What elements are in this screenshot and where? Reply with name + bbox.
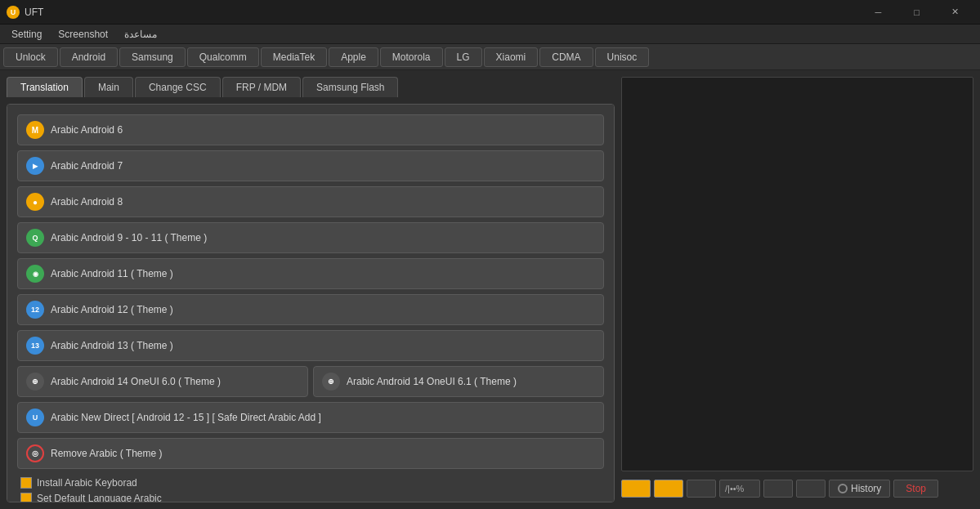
tab-translation[interactable]: Translation	[7, 77, 83, 97]
android-7-icon: ▶	[26, 157, 44, 175]
progress-seg-1	[621, 480, 651, 498]
arabic-android-8-button[interactable]: ● Arabic Android 8	[17, 186, 604, 217]
android-6-icon: M	[26, 121, 44, 139]
history-icon	[838, 484, 848, 493]
arabic-14-oneui-61-button[interactable]: ⊕ Arabic Android 14 OneUI 6.1 ( Theme )	[313, 366, 604, 397]
menu-help[interactable]: مساعدة	[116, 27, 165, 42]
arabic-new-direct-button[interactable]: U Arabic New Direct [ Android 12 - 15 ] …	[17, 402, 604, 433]
nav-android[interactable]: Android	[60, 47, 118, 67]
nav-qualcomm[interactable]: Qualcomm	[187, 47, 259, 67]
progress-seg-2	[654, 480, 683, 498]
tab-change-csc[interactable]: Change CSC	[135, 77, 221, 97]
progress-seg-4	[763, 480, 793, 498]
arabic-android-9-10-11-button[interactable]: Q Arabic Android 9 - 10 - 11 ( Theme )	[17, 222, 604, 253]
tab-main[interactable]: Main	[84, 77, 133, 97]
menu-screenshot[interactable]: Screenshot	[50, 27, 116, 42]
history-label: History	[851, 483, 881, 494]
arabic-android-8-label: Arabic Android 8	[51, 196, 123, 208]
install-keyboard-row[interactable]: Install Arabic Keyborad	[20, 477, 604, 489]
close-button[interactable]: ✕	[937, 4, 973, 20]
bottom-bar: /|••% History Stop	[621, 475, 973, 502]
remove-arabic-button[interactable]: ◎ Remove Arabic ( Theme )	[17, 438, 604, 469]
arabic-android-6-button[interactable]: M Arabic Android 6	[17, 114, 604, 145]
output-box	[621, 77, 973, 471]
title-bar-left: U UFT	[7, 6, 43, 19]
arabic-14-oneui-61-label: Arabic Android 14 OneUI 6.1 ( Theme )	[347, 376, 517, 387]
progress-percent: /|••%	[719, 480, 760, 498]
double-button-row: ⊕ Arabic Android 14 OneUI 6.0 ( Theme ) …	[17, 366, 604, 397]
history-button[interactable]: History	[829, 480, 890, 498]
checkboxes: Install Arabic Keyborad Set Default Lang…	[17, 474, 604, 502]
arabic-android-11-label: Arabic Android 11 ( Theme )	[51, 268, 173, 279]
nav-bar: Unlock Android Samsung Qualcomm MediaTek…	[0, 44, 980, 70]
main-layout: Translation Main Change CSC FRP / MDM Sa…	[0, 70, 980, 509]
arabic-android-6-label: Arabic Android 6	[51, 124, 123, 136]
arabic-new-direct-label: Arabic New Direct [ Android 12 - 15 ] [ …	[51, 412, 321, 423]
menu-bar: Setting Screenshot مساعدة	[0, 25, 980, 44]
arabic-android-11-button[interactable]: ◉ Arabic Android 11 ( Theme )	[17, 258, 604, 289]
progress-seg-3	[687, 480, 716, 498]
android-12-icon: 12	[26, 301, 44, 319]
arabic-new-direct-icon: U	[26, 409, 44, 426]
arabic-14-oneui-60-label: Arabic Android 14 OneUI 6.0 ( Theme )	[51, 376, 221, 387]
remove-arabic-icon: ◎	[26, 444, 44, 462]
arabic-android-12-label: Arabic Android 12 ( Theme )	[51, 304, 173, 315]
android-14a-icon: ⊕	[26, 373, 44, 391]
minimize-button[interactable]: ─	[860, 4, 897, 20]
set-default-lang-checkbox[interactable]	[20, 493, 32, 502]
nav-apple[interactable]: Apple	[329, 47, 378, 67]
install-keyboard-label: Install Arabic Keyborad	[37, 477, 137, 489]
remove-arabic-label: Remove Arabic ( Theme )	[51, 448, 163, 459]
menu-setting[interactable]: Setting	[3, 27, 50, 42]
arabic-android-7-label: Arabic Android 7	[51, 160, 123, 172]
nav-unlock[interactable]: Unlock	[3, 47, 58, 67]
content-box: M Arabic Android 6 ▶ Arabic Android 7 ● …	[7, 104, 615, 502]
android-14b-icon: ⊕	[322, 373, 340, 391]
android-13-icon: 13	[26, 337, 44, 355]
stop-button[interactable]: Stop	[893, 480, 938, 498]
right-panel: /|••% History Stop	[621, 70, 980, 509]
arabic-android-12-button[interactable]: 12 Arabic Android 12 ( Theme )	[17, 294, 604, 325]
arabic-14-oneui-60-button[interactable]: ⊕ Arabic Android 14 OneUI 6.0 ( Theme )	[17, 366, 308, 397]
app-icon: U	[7, 6, 20, 19]
title-text: UFT	[25, 7, 43, 18]
stop-label: Stop	[906, 483, 926, 494]
nav-cdma[interactable]: CDMA	[539, 47, 593, 67]
install-keyboard-checkbox[interactable]	[20, 477, 32, 489]
android-11-icon: ◉	[26, 265, 44, 283]
nav-xiaomi[interactable]: Xiaomi	[484, 47, 539, 67]
left-panel: Translation Main Change CSC FRP / MDM Sa…	[0, 70, 621, 509]
arabic-android-7-button[interactable]: ▶ Arabic Android 7	[17, 150, 604, 181]
nav-motorola[interactable]: Motorola	[380, 47, 443, 67]
nav-lg[interactable]: LG	[445, 47, 482, 67]
progress-seg-5	[796, 480, 826, 498]
set-default-lang-row[interactable]: Set Default Language Arabic	[20, 493, 604, 502]
nav-samsung[interactable]: Samsung	[119, 47, 186, 67]
maximize-button[interactable]: □	[898, 4, 935, 20]
android-9-icon: Q	[26, 229, 44, 247]
tabs: Translation Main Change CSC FRP / MDM Sa…	[7, 77, 615, 97]
nav-mediatek[interactable]: MediaTek	[261, 47, 327, 67]
arabic-android-13-label: Arabic Android 13 ( Theme )	[51, 340, 173, 351]
title-bar-controls: ─ □ ✕	[860, 4, 973, 20]
arabic-android-13-button[interactable]: 13 Arabic Android 13 ( Theme )	[17, 330, 604, 361]
title-bar: U UFT ─ □ ✕	[0, 0, 980, 25]
tab-frp-mdm[interactable]: FRP / MDM	[222, 77, 301, 97]
android-8-icon: ●	[26, 193, 44, 211]
nav-unisoc[interactable]: Unisoc	[595, 47, 650, 67]
arabic-android-9-10-11-label: Arabic Android 9 - 10 - 11 ( Theme )	[51, 232, 207, 243]
tab-samsung-flash[interactable]: Samsung Flash	[302, 77, 398, 97]
app-icon-label: U	[11, 8, 16, 16]
set-default-lang-label: Set Default Language Arabic	[37, 493, 162, 502]
